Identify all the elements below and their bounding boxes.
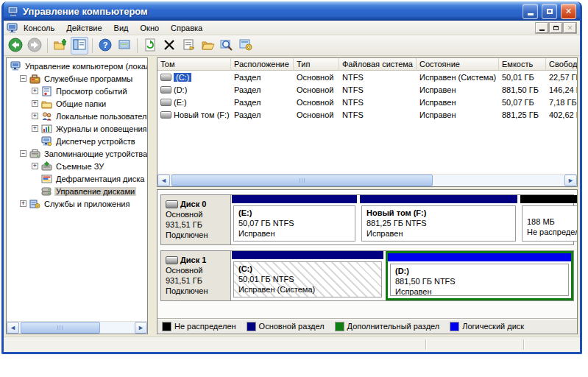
column-header-free[interactable]: Свободно bbox=[546, 58, 578, 71]
main-content: Управление компьютером (локаль Служебные… bbox=[4, 56, 580, 337]
volume-row-e[interactable]: (E:) Раздел Основной NTFS Исправен 50,07… bbox=[157, 96, 577, 108]
volume-icon bbox=[160, 86, 171, 94]
up-level-icon bbox=[53, 38, 68, 54]
forward-icon bbox=[27, 38, 42, 54]
tree-item-event-viewer[interactable]: Просмотр событий bbox=[8, 85, 147, 97]
partition-f[interactable]: Новый том (F:) 881,25 ГБ NTFS Исправен bbox=[359, 195, 518, 244]
expand-expander-icon[interactable] bbox=[32, 100, 38, 107]
column-header-type[interactable]: Тип bbox=[294, 58, 339, 71]
delete-button[interactable] bbox=[160, 37, 178, 54]
tree-item-disk-defragmenter[interactable]: Дефрагментация диска bbox=[8, 172, 147, 185]
disk-icon bbox=[166, 200, 178, 208]
status-bar-divider bbox=[523, 339, 524, 350]
maximize-button[interactable] bbox=[542, 4, 557, 19]
minimize-button[interactable] bbox=[523, 4, 538, 19]
tree-item-services-applications[interactable]: Службы и приложения bbox=[8, 197, 147, 210]
tree-item-local-users[interactable]: Локальные пользователи bbox=[8, 110, 147, 122]
tree-item-computer-management-root[interactable]: Управление компьютером (локаль bbox=[8, 60, 147, 72]
close-button[interactable]: ✕ bbox=[561, 4, 576, 19]
scroll-right-icon[interactable]: ► bbox=[135, 322, 147, 334]
window-title: Управление компьютером bbox=[23, 6, 519, 17]
tree-item-device-manager[interactable]: Диспетчер устройств bbox=[8, 135, 147, 147]
scroll-left-icon[interactable]: ◄ bbox=[7, 322, 19, 334]
expand-expander-icon[interactable] bbox=[32, 163, 38, 169]
volume-row-c[interactable]: (C:) Раздел Основной NTFS Исправен (Сист… bbox=[157, 71, 577, 83]
expand-expander-icon[interactable] bbox=[32, 113, 38, 119]
console-tree: Управление компьютером (локаль Служебные… bbox=[7, 58, 147, 210]
back-button[interactable] bbox=[7, 37, 24, 54]
disk-0-row: Диск 0 Основной 931,51 ГБ Подключен (E:)… bbox=[160, 194, 574, 245]
menu-bar: Консоль Действие Вид Окно Справка ✕ bbox=[4, 21, 580, 35]
properties-icon bbox=[181, 38, 196, 54]
column-header-volume[interactable]: Том bbox=[157, 58, 231, 71]
unallocated-space[interactable]: 188 МБ Не распредел bbox=[520, 195, 577, 244]
legend-primary-partition: Основной раздел bbox=[247, 322, 325, 331]
partition-c-selected[interactable]: (C:) 50,01 ГБ NTFS Исправен (Система) bbox=[231, 251, 384, 300]
expand-expander-icon[interactable] bbox=[32, 88, 38, 94]
pane-splitter[interactable] bbox=[151, 57, 154, 334]
menu-help[interactable]: Справка bbox=[165, 22, 208, 34]
tree-item-system-tools[interactable]: Служебные программы bbox=[8, 72, 147, 85]
volume-list-header: Том Расположение Тип Файловая система Со… bbox=[157, 58, 577, 71]
menu-window[interactable]: Окно bbox=[135, 22, 166, 34]
menu-view[interactable]: Вид bbox=[108, 22, 135, 34]
tree-item-removable-storage[interactable]: Съемные ЗУ bbox=[8, 160, 147, 172]
find-button[interactable] bbox=[218, 37, 235, 54]
computer-icon bbox=[10, 61, 21, 71]
disk-1-label[interactable]: Диск 1 Основной 931,51 ГБ Подключен bbox=[161, 251, 231, 300]
export-list-button[interactable] bbox=[116, 37, 133, 54]
refresh-button[interactable] bbox=[141, 37, 159, 54]
column-header-status[interactable]: Состояние bbox=[417, 58, 499, 71]
column-header-layout[interactable]: Расположение bbox=[231, 58, 294, 71]
settings-icon bbox=[238, 38, 253, 54]
tree-item-storage[interactable]: Запоминающие устройства bbox=[8, 147, 147, 160]
properties-button[interactable] bbox=[180, 37, 197, 54]
scrollbar-thumb[interactable] bbox=[21, 322, 100, 334]
show-console-tree-button[interactable] bbox=[71, 37, 88, 54]
title-bar[interactable]: Управление компьютером ✕ bbox=[4, 1, 580, 21]
scroll-left-icon[interactable]: ◄ bbox=[157, 175, 170, 186]
tree-horizontal-scrollbar[interactable]: ◄ ► bbox=[7, 321, 147, 334]
scroll-right-icon[interactable]: ► bbox=[564, 175, 577, 186]
performance-logs-icon bbox=[40, 124, 52, 134]
disk-1-row: Диск 1 Основной 931,51 ГБ Подключен (C:)… bbox=[160, 250, 574, 301]
partition-legend: Не распределен Основной раздел Дополните… bbox=[157, 318, 577, 334]
tree-item-shared-folders[interactable]: Общие папки bbox=[8, 97, 147, 110]
volume-row-d[interactable]: (D:) Раздел Основной NTFS Исправен 881,5… bbox=[157, 83, 577, 96]
tree-item-disk-management[interactable]: Управление дисками bbox=[8, 185, 147, 197]
scrollbar-thumb[interactable] bbox=[171, 175, 433, 186]
disk-0-label[interactable]: Диск 0 Основной 931,51 ГБ Подключен bbox=[161, 195, 231, 244]
partition-e[interactable]: (E:) 50,07 ГБ NTFS Исправен bbox=[231, 195, 358, 244]
refresh-icon bbox=[143, 38, 157, 54]
column-header-filesystem[interactable]: Файловая система bbox=[339, 58, 417, 71]
volume-row-f[interactable]: Новый том (F:) Раздел Основной NTFS Испр… bbox=[157, 108, 577, 121]
collapse-expander-icon[interactable] bbox=[20, 150, 26, 157]
mdi-minimize-button[interactable] bbox=[536, 23, 548, 33]
open-button[interactable] bbox=[199, 37, 216, 54]
tree-item-performance-logs[interactable]: Журналы и оповещения пр bbox=[8, 122, 147, 135]
primary-partition-color-swatch bbox=[247, 323, 255, 331]
console-window-icon bbox=[6, 23, 18, 33]
local-users-icon bbox=[40, 111, 52, 121]
collapse-expander-icon[interactable] bbox=[20, 75, 26, 82]
volume-icon bbox=[160, 111, 171, 119]
help-button[interactable]: ? bbox=[96, 37, 114, 54]
settings-button[interactable] bbox=[237, 37, 255, 54]
volume-list-horizontal-scrollbar[interactable]: ◄ ► bbox=[157, 174, 577, 186]
up-level-button[interactable] bbox=[52, 37, 69, 54]
column-header-capacity[interactable]: Емкость bbox=[499, 58, 546, 71]
mdi-restore-button[interactable] bbox=[550, 23, 562, 33]
open-icon bbox=[200, 38, 215, 54]
primary-partition-stripe bbox=[232, 251, 383, 259]
delete-icon bbox=[162, 38, 177, 54]
extended-partition-color-swatch bbox=[336, 323, 344, 331]
menu-console[interactable]: Консоль bbox=[18, 22, 60, 34]
partition-d-logical-drive[interactable]: (D:) 881,50 ГБ NTFS Исправен bbox=[386, 251, 573, 300]
volume-icon bbox=[160, 74, 171, 81]
primary-partition-stripe bbox=[232, 195, 357, 203]
menu-action[interactable]: Действие bbox=[60, 22, 107, 34]
expand-expander-icon[interactable] bbox=[20, 200, 26, 207]
toolbar-separator bbox=[92, 38, 93, 53]
event-viewer-icon bbox=[40, 86, 52, 96]
expand-expander-icon[interactable] bbox=[32, 125, 38, 132]
